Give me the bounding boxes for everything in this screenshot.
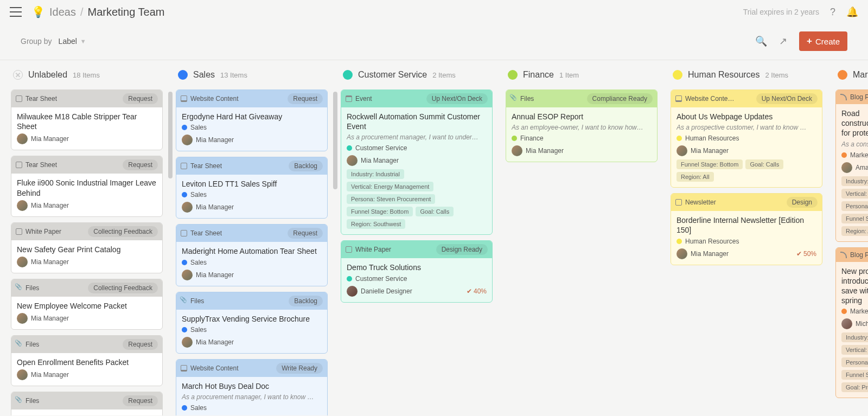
card-header: White PaperDesign Ready: [341, 241, 492, 258]
card[interactable]: Blog PostNew product introduction to sav…: [835, 247, 868, 399]
label-dot-icon: [841, 309, 847, 314]
label-dot-icon: [347, 145, 352, 151]
help-icon[interactable]: ?: [830, 7, 835, 18]
group-by-dropdown[interactable]: Label: [59, 37, 77, 46]
share-icon[interactable]: ↗: [779, 35, 787, 47]
card-tags: Industry: ConstVertical: SafetyPersona: …: [841, 176, 868, 236]
card-status-pill: Request: [288, 228, 323, 239]
card[interactable]: Tear SheetRequestMilwaukee M18 Cable Str…: [11, 89, 163, 150]
create-button[interactable]: + Create: [799, 31, 847, 51]
card-type: Tear Sheet: [16, 161, 57, 169]
avatar: [182, 202, 193, 213]
card[interactable]: FilesRequestSupplyTrax LogoMia Manager: [11, 392, 163, 415]
card-type-label: White Paper: [25, 228, 61, 235]
card-type-label: Files: [25, 341, 39, 348]
card[interactable]: Website ContentRequestErgodyne Hard Hat …: [176, 89, 328, 151]
column-header[interactable]: Marketing: [835, 70, 868, 80]
card[interactable]: Website Conte…Up Next/On DeckAbout Us We…: [671, 89, 822, 188]
column-cards: Tear SheetRequestMilwaukee M18 Cable Str…: [11, 89, 164, 415]
card-type-label: Website Content: [190, 95, 239, 103]
label-dot-icon: [182, 125, 187, 130]
tag-chip: Goal: Prospects: [841, 382, 868, 392]
column-cards: Blog PostRoad construction tips for prot…: [835, 89, 868, 415]
card[interactable]: EventUp Next/On DeckRockwell Automation …: [341, 89, 493, 235]
tag-chip: Industry: Industrial: [347, 169, 404, 179]
column-header[interactable]: Customer Service2 Items: [341, 70, 494, 80]
card-header: Website ContentRequest: [176, 90, 327, 107]
card-label: Customer Service: [347, 275, 487, 283]
column-header[interactable]: Human Resources2 Items: [671, 70, 824, 80]
chevron-down-icon[interactable]: ▼: [80, 38, 86, 44]
card-owner: Mia Manager: [182, 202, 234, 213]
notifications-bell-icon[interactable]: 🔔: [846, 6, 858, 18]
card-progress: ✔40%: [467, 287, 487, 295]
screen-icon: [675, 95, 682, 102]
card-title: Milwaukee M18 Cable Stripper Tear Sheet: [17, 112, 157, 131]
hamburger-menu-icon[interactable]: [10, 7, 22, 17]
card[interactable]: FilesCollecting FeedbackNew Employee Wel…: [11, 279, 163, 330]
card-label: Sales: [182, 404, 322, 412]
column-color-dot-icon: [673, 70, 682, 80]
blog-icon: [840, 252, 847, 258]
search-icon[interactable]: 🔍: [755, 35, 767, 47]
card-title: SupplyTrax Logo: [17, 414, 157, 415]
scrollbar[interactable]: [168, 92, 173, 178]
card-owner: Mia Manager: [347, 155, 399, 166]
card-type-label: Event: [355, 95, 372, 103]
avatar: [182, 337, 193, 348]
clip-icon: [510, 95, 517, 102]
card-label-text: Sales: [190, 404, 207, 412]
avatar: [676, 145, 687, 156]
card[interactable]: FilesRequestOpen Enrollment Benefits Pac…: [11, 335, 163, 386]
card-tags: Funnel Stage: BottomGoal: CallsRegion: A…: [676, 159, 816, 182]
column-header[interactable]: Unlabeled18 Items: [11, 70, 164, 80]
clip-icon: [16, 398, 22, 404]
label-dot-icon: [182, 405, 187, 411]
column-header[interactable]: Sales13 Items: [176, 70, 329, 80]
breadcrumb-current[interactable]: Marketing Team: [88, 6, 165, 18]
card-owner-name: Mia Manager: [196, 271, 234, 279]
column-item-count: 1 Item: [559, 71, 579, 79]
card-label-text: Finance: [520, 135, 544, 142]
plus-icon: +: [807, 36, 812, 47]
card-owner: Mia Manager: [676, 145, 729, 156]
card[interactable]: Tear SheetRequestMaderight Home Automati…: [176, 224, 328, 286]
card-status-pill: Compliance Ready: [587, 93, 653, 104]
card[interactable]: FilesBacklogSupplyTrax Vending Service B…: [176, 292, 328, 354]
column-header[interactable]: Finance1 Item: [506, 70, 659, 80]
card-header: FilesCollecting Feedback: [11, 279, 162, 297]
card-label-text: Customer Service: [355, 144, 407, 152]
card[interactable]: Tear SheetRequestFluke ii900 Sonic Indus…: [11, 156, 163, 216]
card-owner-name: Mia Manager: [196, 203, 234, 211]
card-header: NewsletterDesign: [671, 194, 822, 211]
card-title: Fluke ii900 Sonic Industrial Imager Leav…: [17, 178, 157, 197]
card-type: Newsletter: [675, 199, 716, 206]
tag-chip: Goal: Calls: [745, 159, 783, 169]
card-owner-name: Michelle Mar: [856, 320, 868, 328]
card[interactable]: Blog PostRoad construction tips for prot…: [835, 89, 868, 242]
column-item-count: 13 Items: [220, 71, 247, 79]
doc-icon: [346, 246, 352, 253]
card[interactable]: White PaperDesign ReadyDemo Truck Soluti…: [341, 240, 493, 302]
card-body: Fluke ii900 Sonic Industrial Imager Leav…: [11, 174, 162, 216]
card[interactable]: Tear SheetBacklogLeviton LED TT1 Sales S…: [176, 157, 328, 219]
scrollbar[interactable]: [333, 92, 337, 189]
column-cards: Website Conte…Up Next/On DeckAbout Us We…: [671, 89, 824, 415]
card-header: FilesBacklog: [176, 292, 327, 310]
card-type-label: Files: [520, 95, 534, 103]
card-owner: Mia Manager: [182, 270, 234, 280]
card-body: New Employee Welcome PacketMia Manager: [11, 297, 162, 329]
column-title: Marketing: [853, 70, 868, 80]
card-owner: Danielle Designer: [347, 286, 412, 297]
card-type: Files: [16, 284, 39, 292]
card-title: New product introduction to save with N …: [841, 266, 868, 306]
idea-bulb-icon: 💡: [31, 5, 45, 18]
card-owner-name: Mia Manager: [361, 157, 399, 164]
card[interactable]: NewsletterDesignBorderline Internal News…: [671, 193, 822, 265]
card[interactable]: White PaperCollecting FeedbackNew Safety…: [11, 222, 163, 273]
card-type: Blog Post: [840, 93, 868, 101]
card[interactable]: Website ContentWrite ReadyMarch Hot Buys…: [176, 359, 328, 415]
breadcrumb-root[interactable]: Ideas: [49, 6, 76, 18]
card[interactable]: FilesCompliance ReadyAnnual ESOP ReportA…: [506, 89, 658, 162]
card-title: Leviton LED TT1 Sales Spiff: [182, 179, 322, 189]
